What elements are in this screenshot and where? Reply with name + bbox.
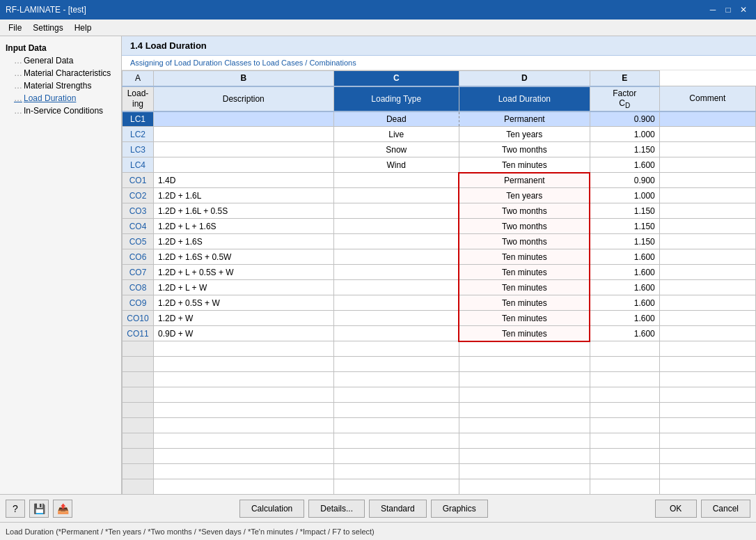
loading-type-cell[interactable] xyxy=(333,188,459,203)
factor-cell[interactable]: 1.150 xyxy=(590,219,659,234)
factor-cell[interactable]: 1.150 xyxy=(590,203,659,219)
maximize-button[interactable]: □ xyxy=(721,3,735,16)
factor-cell[interactable]: 1.000 xyxy=(590,188,659,203)
comment-cell[interactable] xyxy=(659,326,755,341)
table-container[interactable]: A B C D E Load-ing Description Loading T… xyxy=(122,70,756,494)
load-duration-cell[interactable]: Two months xyxy=(459,219,590,234)
comment-cell[interactable] xyxy=(659,127,755,142)
sidebar-item-in-service-conditions[interactable]: In-Service Conditions xyxy=(3,105,118,117)
loading-type-cell[interactable] xyxy=(333,234,459,249)
comment-cell[interactable] xyxy=(659,157,755,173)
sidebar-item-load-duration[interactable]: Load Duration xyxy=(3,92,118,105)
description-cell[interactable]: 1.2D + 0.5S + W xyxy=(154,295,334,311)
save-button[interactable]: 💾 xyxy=(29,500,49,518)
comment-cell[interactable] xyxy=(659,142,755,157)
comment-cell[interactable] xyxy=(659,249,755,265)
description-cell[interactable]: 1.2D + W xyxy=(154,311,334,326)
description-cell[interactable] xyxy=(154,157,334,173)
cancel-button[interactable]: Cancel xyxy=(701,500,750,518)
comment-cell[interactable] xyxy=(659,219,755,234)
minimize-button[interactable]: ─ xyxy=(706,3,720,16)
calculation-button[interactable]: Calculation xyxy=(239,500,304,518)
export-button[interactable]: 📤 xyxy=(53,500,72,518)
loading-type-cell[interactable] xyxy=(333,311,459,326)
load-duration-cell[interactable]: Ten years xyxy=(459,188,590,203)
table-row[interactable]: CO110.9D + WTen minutes1.600 xyxy=(123,326,756,341)
comment-cell[interactable] xyxy=(659,234,755,249)
loading-type-cell[interactable]: Live xyxy=(333,127,459,142)
table-row[interactable]: LC3SnowTwo months1.150 xyxy=(123,142,756,157)
loading-type-cell[interactable] xyxy=(333,295,459,311)
table-row[interactable]: LC1DeadPermanent0.900 xyxy=(123,111,756,127)
table-row[interactable]: CO61.2D + 1.6S + 0.5WTen minutes1.600 xyxy=(123,249,756,265)
load-duration-cell[interactable]: Two months xyxy=(459,234,590,249)
loading-type-cell[interactable]: Dead xyxy=(333,111,459,127)
factor-cell[interactable]: 1.600 xyxy=(590,280,659,295)
standard-button[interactable]: Standard xyxy=(369,500,427,518)
description-cell[interactable] xyxy=(154,127,334,142)
factor-cell[interactable]: 0.900 xyxy=(590,173,659,188)
sidebar-item-material-strengths[interactable]: Material Strengths xyxy=(3,79,118,92)
loading-type-cell[interactable] xyxy=(333,326,459,341)
loading-type-cell[interactable]: Wind xyxy=(333,157,459,173)
table-row[interactable]: CO51.2D + 1.6STwo months1.150 xyxy=(123,234,756,249)
comment-cell[interactable] xyxy=(659,295,755,311)
ok-button[interactable]: OK xyxy=(655,500,697,518)
factor-cell[interactable]: 1.600 xyxy=(590,326,659,341)
table-row[interactable]: CO91.2D + 0.5S + WTen minutes1.600 xyxy=(123,295,756,311)
table-row[interactable]: CO31.2D + 1.6L + 0.5STwo months1.150 xyxy=(123,203,756,219)
description-cell[interactable]: 1.4D xyxy=(154,173,334,188)
description-cell[interactable]: 1.2D + L + W xyxy=(154,280,334,295)
loading-type-cell[interactable] xyxy=(333,265,459,280)
factor-cell[interactable]: 1.150 xyxy=(590,142,659,157)
factor-cell[interactable]: 1.600 xyxy=(590,157,659,173)
comment-cell[interactable] xyxy=(659,173,755,188)
description-cell[interactable]: 1.2D + L + 1.6S xyxy=(154,219,334,234)
factor-cell[interactable]: 1.150 xyxy=(590,234,659,249)
table-row[interactable]: LC2LiveTen years1.000 xyxy=(123,127,756,142)
loading-type-cell[interactable] xyxy=(333,249,459,265)
load-duration-cell[interactable]: Permanent xyxy=(459,173,590,188)
col-header-c[interactable]: C xyxy=(333,71,459,86)
factor-cell[interactable]: 1.000 xyxy=(590,127,659,142)
load-duration-cell[interactable]: Permanent xyxy=(459,111,590,127)
load-duration-cell[interactable]: Two months xyxy=(459,203,590,219)
comment-cell[interactable] xyxy=(659,203,755,219)
table-row[interactable]: CO11.4DPermanent0.900 xyxy=(123,173,756,188)
table-row[interactable]: CO71.2D + L + 0.5S + WTen minutes1.600 xyxy=(123,265,756,280)
factor-cell[interactable]: 1.600 xyxy=(590,249,659,265)
close-button[interactable]: ✕ xyxy=(737,3,750,16)
load-duration-cell[interactable]: Ten minutes xyxy=(459,326,590,341)
load-duration-cell[interactable]: Ten minutes xyxy=(459,157,590,173)
load-duration-cell[interactable]: Ten minutes xyxy=(459,280,590,295)
menu-help[interactable]: Help xyxy=(69,22,97,34)
table-row[interactable]: CO81.2D + L + WTen minutes1.600 xyxy=(123,280,756,295)
loading-type-cell[interactable] xyxy=(333,203,459,219)
table-row[interactable]: CO41.2D + L + 1.6STwo months1.150 xyxy=(123,219,756,234)
loading-type-cell[interactable] xyxy=(333,280,459,295)
description-cell[interactable]: 1.2D + 1.6L + 0.5S xyxy=(154,203,334,219)
loading-type-cell[interactable] xyxy=(333,219,459,234)
comment-cell[interactable] xyxy=(659,265,755,280)
load-duration-cell[interactable]: Ten minutes xyxy=(459,311,590,326)
loading-type-cell[interactable]: Snow xyxy=(333,142,459,157)
description-cell[interactable]: 1.2D + 1.6S xyxy=(154,234,334,249)
help-icon-button[interactable]: ? xyxy=(6,500,25,518)
factor-cell[interactable]: 1.600 xyxy=(590,295,659,311)
description-cell[interactable] xyxy=(154,142,334,157)
table-row[interactable]: CO21.2D + 1.6LTen years1.000 xyxy=(123,188,756,203)
sidebar-item-general-data[interactable]: General Data xyxy=(3,54,118,67)
table-row[interactable]: LC4WindTen minutes1.600 xyxy=(123,157,756,173)
load-duration-cell[interactable]: Ten years xyxy=(459,127,590,142)
graphics-button[interactable]: Graphics xyxy=(431,500,488,518)
sidebar-item-material-characteristics[interactable]: Material Characteristics xyxy=(3,67,118,79)
factor-cell[interactable]: 1.600 xyxy=(590,265,659,280)
description-cell[interactable] xyxy=(154,111,334,127)
loading-type-cell[interactable] xyxy=(333,173,459,188)
description-cell[interactable]: 1.2D + L + 0.5S + W xyxy=(154,265,334,280)
comment-cell[interactable] xyxy=(659,188,755,203)
description-cell[interactable]: 1.2D + 1.6L xyxy=(154,188,334,203)
details-button[interactable]: Details... xyxy=(308,500,365,518)
description-cell[interactable]: 0.9D + W xyxy=(154,326,334,341)
factor-cell[interactable]: 1.600 xyxy=(590,311,659,326)
